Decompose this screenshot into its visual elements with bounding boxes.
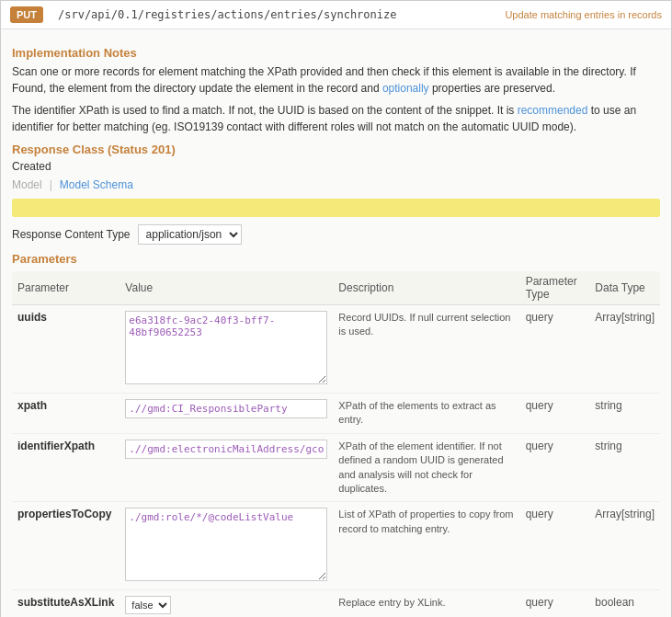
model-row: Model | Model Schema [12, 178, 660, 191]
param-type-substituteasxlink: query [526, 596, 553, 609]
col-parameter: Parameter [12, 271, 120, 305]
optionally-link[interactable]: optionally [382, 82, 429, 95]
param-datatype-uuids: Array[string] [595, 311, 655, 324]
implementation-notes-title: Implementation Notes [12, 46, 660, 60]
response-class-title: Response Class (Status 201) [12, 143, 660, 156]
param-desc-xpath: XPath of the elements to extract as entr… [338, 400, 495, 425]
content-type-label: Response Content Type [12, 228, 131, 241]
main-container: PUT /srv/api/0.1/registries/actions/entr… [0, 0, 672, 617]
param-desc-propertiestocopy: List of XPath of properties to copy from… [338, 508, 513, 533]
col-parameter-type: Parameter Type [520, 271, 590, 305]
param-value-identifierxpath[interactable] [125, 440, 327, 459]
param-name-uuids: uuids [17, 311, 47, 324]
col-value: Value [120, 271, 333, 305]
param-name-substituteasxlink: substituteAsXLink [17, 596, 114, 609]
param-type-xpath: query [526, 399, 553, 412]
param-type-propertiestocopy: query [526, 508, 553, 520]
param-desc-uuids: Record UUIDs. If null current selection … [338, 312, 510, 337]
response-class-section: Response Class (Status 201) Created Mode… [12, 143, 660, 191]
http-method-badge: PUT [10, 6, 43, 23]
param-value-substituteasxlink[interactable]: false true [125, 596, 171, 614]
param-name-identifierxpath: identifierXpath [17, 440, 95, 452]
table-row: identifierXpath XPath of the element ide… [12, 433, 660, 502]
param-datatype-propertiestocopy: Array[string] [595, 508, 655, 520]
table-row: substituteAsXLink false true Replace ent… [12, 590, 660, 617]
col-description: Description [333, 271, 519, 305]
recommended-link[interactable]: recommended [518, 104, 588, 117]
param-type-identifierxpath: query [526, 440, 553, 452]
model-separator: | [50, 178, 52, 191]
param-datatype-xpath: string [595, 399, 621, 412]
parameters-section: Parameters Parameter Value Description P… [12, 252, 660, 617]
body-content: Implementation Notes Scan one or more re… [1, 29, 671, 617]
param-desc-substituteasxlink: Replace entry by XLink. [338, 597, 445, 608]
param-name-propertiestocopy: propertiesToCopy [17, 508, 111, 520]
table-row: xpath XPath of the elements to extract a… [12, 394, 660, 434]
param-value-xpath[interactable] [125, 399, 327, 418]
response-status-text: Created [12, 160, 660, 173]
param-name-xpath: xpath [17, 399, 47, 412]
yellow-bar [12, 199, 660, 217]
table-row: uuids e6a318fc-9ac2-40f3-bff7-48bf906522… [12, 305, 660, 394]
param-desc-identifierxpath: XPath of the element identifier. If not … [338, 440, 503, 494]
param-type-uuids: query [526, 311, 553, 324]
model-label: Model [12, 178, 42, 191]
content-type-row: Response Content Type application/json t… [12, 224, 660, 245]
col-data-type: Data Type [589, 271, 660, 305]
content-type-select[interactable]: application/json text/xml [138, 224, 242, 245]
parameters-table: Parameter Value Description Parameter Ty… [12, 271, 660, 617]
update-link[interactable]: Update matching entries in records [505, 9, 662, 20]
param-value-propertiestocopy[interactable]: ./gmd:role/*/@codeListValue [125, 508, 327, 581]
param-datatype-substituteasxlink: boolean [595, 596, 634, 609]
parameters-title: Parameters [12, 252, 660, 266]
header-bar: PUT /srv/api/0.1/registries/actions/entr… [1, 1, 671, 29]
implementation-para2: The identifier XPath is used to find a m… [12, 102, 660, 135]
endpoint-path: /srv/api/0.1/registries/actions/entries/… [58, 8, 396, 21]
param-value-uuids[interactable]: e6a318fc-9ac2-40f3-bff7-48bf90652253 [125, 311, 327, 384]
implementation-para1: Scan one or more records for element mat… [12, 63, 660, 97]
table-row: propertiesToCopy ./gmd:role/*/@codeListV… [12, 502, 660, 590]
model-schema-link[interactable]: Model Schema [60, 178, 133, 191]
param-datatype-identifierxpath: string [595, 440, 621, 452]
